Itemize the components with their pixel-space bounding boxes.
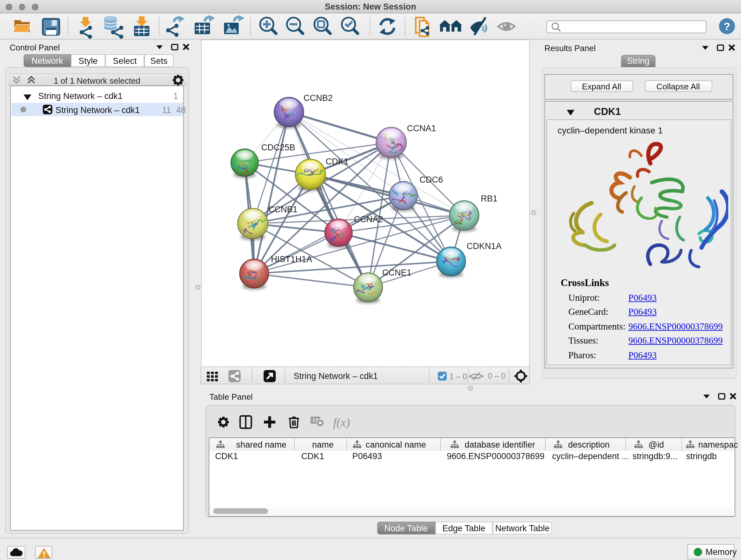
svg-text:CDK1: CDK1 bbox=[325, 157, 348, 166]
svg-text:RB1: RB1 bbox=[481, 194, 497, 203]
svg-text:0 – 0: 0 – 0 bbox=[488, 371, 506, 380]
svg-text:CCNB2: CCNB2 bbox=[303, 93, 333, 103]
svg-text:String Network – cdk1: String Network – cdk1 bbox=[293, 371, 378, 381]
svg-text:CDC25B: CDC25B bbox=[261, 143, 295, 152]
svg-text:HIST1H1A: HIST1H1A bbox=[271, 254, 312, 264]
svg-text:CCNA2: CCNA2 bbox=[354, 214, 383, 224]
svg-text:CCNA1: CCNA1 bbox=[407, 124, 436, 133]
svg-text:CDC6: CDC6 bbox=[419, 175, 443, 185]
svg-text:1 – 0: 1 – 0 bbox=[449, 372, 467, 381]
svg-text:CDKN1A: CDKN1A bbox=[466, 241, 501, 251]
svg-text:?: ? bbox=[724, 20, 731, 32]
svg-text:f(x): f(x) bbox=[333, 416, 350, 429]
svg-text:CCNE1: CCNE1 bbox=[382, 268, 411, 277]
svg-text:CCNB1: CCNB1 bbox=[268, 205, 297, 214]
